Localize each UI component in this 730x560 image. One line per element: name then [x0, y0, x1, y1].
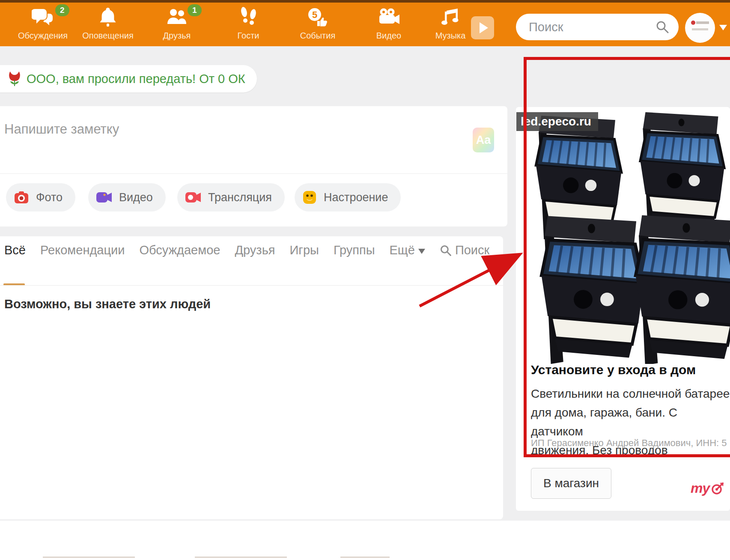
feed-card: Всё Рекомендации Обсуждаемое Друзья Игры… [0, 236, 503, 519]
play-icon [480, 22, 488, 33]
section-title: Возможно, вы знаете этих людей [4, 297, 211, 311]
ad-title[interactable]: Установите у входа в дом [531, 363, 696, 377]
divider [0, 285, 503, 286]
solar-lamp-image [626, 209, 730, 364]
events-icon: 5 [306, 6, 329, 30]
svg-text:5: 5 [312, 9, 317, 20]
tab-all[interactable]: Всё [4, 243, 26, 257]
page-bottom-edge [340, 557, 390, 558]
tab-friends[interactable]: Друзья [235, 243, 275, 257]
tab-discussed[interactable]: Обсуждаемое [139, 243, 220, 257]
nav-item-video[interactable]: Видео [357, 6, 421, 45]
tab-games[interactable]: Игры [289, 243, 319, 257]
tab-search-label: Поиск [455, 243, 489, 257]
note-composer-card: Напишите заметку Aa Фото Видео [0, 106, 507, 226]
nav-label: Друзья [145, 31, 209, 41]
top-navbar: 2 Обсуждения Оповещения [0, 3, 730, 46]
ad-domain-label[interactable]: led.epeco.ru [516, 112, 598, 131]
tab-groups[interactable]: Группы [334, 243, 375, 257]
feed-tabs: Всё Рекомендации Обсуждаемое Друзья Игры… [4, 243, 489, 257]
mood-button[interactable]: Настроение [295, 183, 401, 211]
tab-more-label: Ещё [390, 243, 415, 257]
ad-network-logo[interactable]: my [691, 480, 725, 496]
nav-label: Обсуждения [11, 31, 75, 41]
video-promo-button[interactable] [471, 16, 494, 39]
nav-label: Видео [357, 31, 421, 41]
target-arrow-icon [710, 481, 725, 496]
search-icon [440, 244, 452, 256]
tab-search[interactable]: Поиск [440, 243, 489, 257]
video-icon [96, 191, 112, 204]
divider [0, 173, 507, 174]
page-bottom-edge [195, 557, 287, 558]
avatar-mark [692, 28, 708, 30]
avatar-mark [696, 21, 709, 24]
nav-item-notifications[interactable]: Оповещения [76, 6, 140, 45]
photo-button[interactable]: Фото [6, 183, 75, 211]
tulip-icon [7, 70, 22, 88]
broadcast-icon [185, 191, 201, 204]
chat-bubbles-icon [32, 7, 54, 29]
avatar-mark [691, 21, 695, 25]
nav-item-discussions[interactable]: 2 Обсуждения [11, 6, 75, 45]
shop-button[interactable]: В магазин [531, 468, 611, 499]
tab-recommendations[interactable]: Рекомендации [40, 243, 125, 257]
avatar[interactable] [685, 13, 715, 43]
profile-menu-caret[interactable] [719, 25, 727, 30]
ad-description-line: для дома, гаража, бани. С датчиком [531, 403, 730, 441]
video-camera-icon [377, 8, 400, 28]
tab-more[interactable]: Ещё [390, 243, 425, 257]
broadcast-button[interactable]: Трансляция [177, 183, 285, 211]
footprints-icon [238, 6, 259, 30]
action-label: Настроение [324, 191, 388, 204]
nav-item-guests[interactable]: Гости [216, 6, 280, 45]
action-label: Трансляция [208, 191, 272, 204]
search-icon [656, 20, 669, 34]
gift-notification[interactable]: ООО, вам просили передать! От 0 ОК [0, 65, 257, 92]
nav-item-events[interactable]: 5 События [286, 6, 350, 45]
bell-icon [98, 6, 118, 30]
nav-item-friends[interactable]: 1 Друзья [145, 6, 209, 45]
photo-camera-icon [14, 191, 29, 204]
search-input[interactable]: Поиск [516, 14, 679, 40]
ad-description-line: Светильники на солнечной батарее [531, 384, 730, 403]
smiley-icon [302, 190, 317, 205]
music-note-icon [441, 7, 460, 29]
page-bottom-edge [43, 557, 135, 558]
text-format-button[interactable]: Aa [473, 128, 494, 152]
action-label: Фото [36, 191, 63, 204]
ad-disclaimer: ИП Герасименко Андрей Вадимович, ИНН: 5 [531, 438, 728, 449]
discussions-badge: 2 [55, 4, 69, 16]
ad-product-image[interactable] [516, 107, 730, 364]
ad-network-logo-text: my [691, 480, 709, 496]
chevron-down-icon [418, 249, 425, 254]
friends-icon [166, 8, 188, 28]
action-label: Видео [119, 191, 153, 204]
nav-label: Гости [216, 31, 280, 41]
search-placeholder: Поиск [529, 14, 563, 40]
nav-label: События [286, 31, 350, 41]
notification-text: ООО, вам просили передать! От 0 ОК [27, 65, 245, 92]
friends-badge: 1 [188, 4, 202, 16]
video-button[interactable]: Видео [88, 183, 166, 211]
ad-card: led.epeco.ru Установите у входа в дом Св… [516, 107, 730, 511]
page: 2 Обсуждения Оповещения [0, 0, 730, 560]
nav-label: Оповещения [76, 31, 140, 41]
note-input[interactable]: Напишите заметку [4, 122, 119, 137]
